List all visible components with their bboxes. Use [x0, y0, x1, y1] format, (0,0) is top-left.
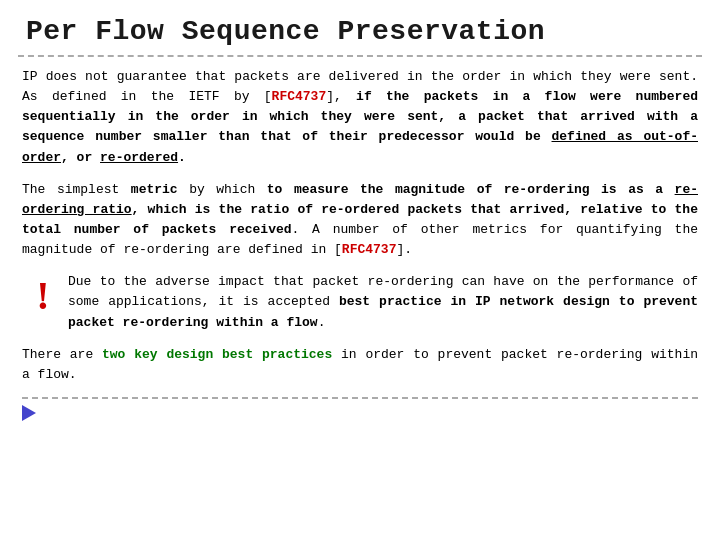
para2-text4: ]. — [396, 242, 412, 257]
callout-box: ! Due to the adverse impact that packet … — [22, 272, 698, 332]
next-arrow-icon[interactable] — [22, 405, 36, 421]
para2-text1: The simplest — [22, 182, 131, 197]
para1-rfc-link[interactable]: RFC4737 — [272, 89, 327, 104]
callout-period: . — [318, 315, 326, 330]
para2-metric: metric — [131, 182, 178, 197]
exclamation-icon: ! — [32, 274, 54, 318]
slide: Per Flow Sequence Preservation IP does n… — [0, 0, 720, 540]
paragraph-3: There are two key design best practices … — [22, 345, 698, 385]
para1-text-after-rfc: ], — [326, 89, 356, 104]
para2-text2: by which — [178, 182, 267, 197]
paragraph-1: IP does not guarantee that packets are d… — [22, 67, 698, 168]
bottom-divider — [22, 397, 698, 399]
slide-content: IP does not guarantee that packets are d… — [18, 67, 702, 421]
para2-rfc-link[interactable]: RFC4737 — [342, 242, 397, 257]
paragraph-2: The simplest metric by which to measure … — [22, 180, 698, 261]
para1-underline2: re-ordered — [100, 150, 178, 165]
para3-text1: There are — [22, 347, 102, 362]
slide-title: Per Flow Sequence Preservation — [18, 10, 702, 57]
para2-bold2: , which is the — [132, 202, 251, 217]
para3-green-bold: two key design best practices — [102, 347, 332, 362]
callout-text: Due to the adverse impact that packet re… — [68, 272, 698, 332]
